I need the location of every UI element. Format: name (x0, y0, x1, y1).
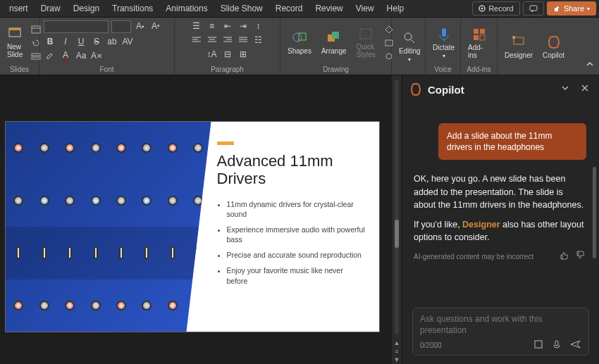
align-left-button[interactable] (190, 34, 203, 46)
svg-point-27 (386, 54, 392, 59)
group-font: A▴ A▾ B I U S ab AV A Aa A✕ Font (39, 18, 175, 75)
shapes-icon (292, 30, 307, 46)
svg-rect-35 (480, 35, 485, 40)
bold-button[interactable]: B (44, 36, 56, 47)
addins-button[interactable]: Add-ins (465, 25, 493, 61)
shadow-button[interactable]: ab (106, 36, 118, 47)
underline-button[interactable]: U (75, 36, 87, 47)
copilot-title: Copilot (428, 84, 552, 96)
editing-button[interactable]: Editing ▾ (396, 29, 424, 64)
thumbs-down-icon[interactable] (576, 251, 585, 263)
svg-rect-30 (442, 28, 446, 37)
spacing-button[interactable]: AV (121, 36, 134, 47)
bullets-button[interactable]: ☰ (190, 20, 203, 32)
expand-icon[interactable] (558, 81, 572, 98)
smartart-button[interactable]: ⊞ (237, 49, 249, 60)
bullet-item[interactable]: Experience immersive audio with powerful… (227, 225, 366, 244)
new-slide-button[interactable]: New Slide (4, 25, 25, 60)
arrange-button[interactable]: Arrange (319, 29, 350, 56)
line-spacing-button[interactable]: ↕ (252, 20, 265, 32)
justify-button[interactable] (237, 34, 249, 46)
group-designer: Designer (498, 18, 536, 75)
slide-text-box[interactable]: Advanced 11mm Drivers 11mm dynamic drive… (211, 122, 380, 332)
svg-line-29 (411, 39, 414, 43)
slide-bullets[interactable]: 11mm dynamic drivers for crystal-clear s… (217, 199, 366, 286)
svg-rect-4 (9, 28, 20, 30)
quick-styles-button[interactable]: Quick Styles (354, 25, 378, 60)
group-slides: New Slide Slides (0, 18, 39, 75)
share-icon (553, 5, 561, 13)
align-text-button[interactable]: ⊟ (221, 49, 234, 60)
change-case-button[interactable]: Aa (75, 50, 87, 61)
copilot-ribbon-button[interactable]: Copilot (540, 33, 567, 61)
align-right-button[interactable] (221, 34, 234, 46)
bullet-item[interactable]: Enjoy your favorite music like never bef… (227, 265, 366, 285)
designer-link[interactable]: Designer (462, 220, 500, 230)
font-color-button[interactable]: A (59, 50, 72, 61)
group-voice: Dictate ▾ Voice (426, 18, 461, 75)
highlight-button[interactable] (44, 50, 56, 61)
vertical-scrollbar[interactable]: ▲ ≡ ▼ (392, 75, 402, 364)
slide-title[interactable]: Advanced 11mm Drivers (217, 152, 366, 188)
collapse-ribbon-icon[interactable] (585, 59, 595, 72)
group-editing: Editing ▾ (392, 18, 426, 75)
numbering-button[interactable]: ≡ (206, 20, 218, 32)
menu-view[interactable]: View (350, 1, 381, 15)
grow-font-icon[interactable]: A▴ (134, 20, 147, 32)
slide-nav-button[interactable]: ≡ (395, 348, 398, 355)
menu-draw[interactable]: Draw (35, 1, 67, 15)
text-direction-button[interactable]: ↕A (206, 49, 218, 60)
svg-rect-2 (530, 6, 537, 11)
share-button[interactable]: Share ▾ (547, 1, 596, 15)
slide-editor[interactable]: Advanced 11mm Drivers 11mm dynamic drive… (0, 75, 392, 364)
editing-icon (402, 30, 417, 46)
italic-button[interactable]: I (59, 36, 72, 47)
columns-button[interactable]: ☷ (252, 34, 265, 46)
send-icon[interactable] (570, 339, 581, 351)
mic-input-icon[interactable] (552, 339, 562, 351)
menu-design[interactable]: Design (67, 1, 106, 15)
copilot-input[interactable]: Ask questions and work with this present… (412, 308, 589, 356)
shapes-button[interactable]: Shapes (285, 29, 314, 56)
menu-record[interactable]: Record (269, 1, 309, 15)
user-message: Add a slide about the 11mm drivers in th… (438, 123, 586, 160)
shrink-font-icon[interactable]: A▾ (149, 20, 162, 32)
thumbs-up-icon[interactable] (560, 251, 569, 263)
comments-button[interactable] (523, 1, 544, 15)
menu-help[interactable]: Help (381, 1, 411, 15)
menu-transitions[interactable]: Transitions (106, 1, 159, 15)
indent-dec-button[interactable]: ⇤ (221, 20, 234, 32)
svg-rect-25 (360, 29, 371, 39)
dictate-button[interactable]: Dictate ▾ (430, 25, 457, 61)
svg-rect-34 (474, 35, 478, 40)
copilot-pane: Copilot Add a slide about the 11mm drive… (402, 75, 599, 364)
copilot-scrollbar[interactable] (593, 167, 596, 258)
designer-icon (511, 34, 526, 50)
designer-button[interactable]: Designer (502, 33, 536, 61)
record-button[interactable]: Record (472, 1, 519, 15)
scroll-thumb[interactable] (395, 220, 399, 248)
clear-format-button[interactable]: A✕ (90, 50, 103, 61)
menu-insert[interactable]: nsert (3, 1, 35, 15)
char-counter: 0/2000 (420, 341, 442, 349)
svg-point-1 (481, 8, 483, 10)
prev-slide-button[interactable]: ▲ (394, 339, 400, 346)
font-size-combo[interactable] (111, 20, 131, 33)
indent-inc-button[interactable]: ⇥ (237, 20, 249, 32)
copilot-input-placeholder: Ask questions and work with this present… (420, 314, 581, 337)
bullet-item[interactable]: Precise and accurate sound reproduction (227, 250, 366, 260)
strike-button[interactable]: S (90, 36, 103, 47)
svg-point-28 (405, 33, 412, 40)
next-slide-button[interactable]: ▼ (394, 356, 400, 363)
addins-icon (471, 27, 487, 42)
align-center-button[interactable] (206, 34, 218, 46)
bullet-item[interactable]: 11mm dynamic drivers for crystal-clear s… (227, 199, 366, 219)
close-icon[interactable] (578, 81, 592, 98)
font-name-combo[interactable] (44, 20, 109, 33)
slide-canvas[interactable]: Advanced 11mm Drivers 11mm dynamic drive… (6, 122, 379, 332)
attach-icon[interactable] (533, 339, 543, 351)
copilot-conversation[interactable]: Add a slide about the 11mm drivers in th… (402, 103, 599, 301)
menu-slideshow[interactable]: Slide Show (214, 1, 269, 15)
menu-animations[interactable]: Animations (159, 1, 214, 15)
menu-review[interactable]: Review (309, 1, 349, 15)
